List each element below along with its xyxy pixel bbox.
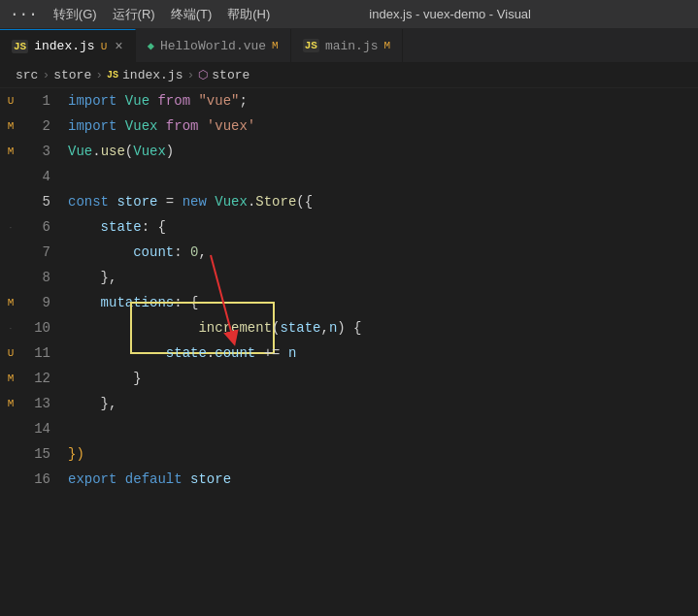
var-store: store	[116, 194, 157, 210]
breadcrumb-store-dir[interactable]: store	[53, 68, 91, 82]
num-zero: 0	[190, 244, 198, 260]
line-num-6: 6	[21, 214, 50, 240]
code-line-1: import Vue from "vue" ;	[68, 88, 698, 113]
kw-export: export	[68, 471, 116, 487]
code-line-12: }	[68, 366, 698, 391]
more-dots[interactable]: ···	[10, 6, 38, 23]
tab-bar: JS index.js U × ◆ HelloWorld.vue M JS ma…	[0, 29, 698, 63]
code-line-6: state : {	[68, 214, 698, 240]
gutter-15	[0, 441, 21, 467]
line-num-14: 14	[21, 416, 50, 441]
code-content[interactable]: import Vue from "vue" ; import Vuex from…	[60, 88, 698, 616]
code-line-10: increment ( state , n ) {	[68, 315, 698, 340]
str-vuex: 'vuex'	[207, 118, 255, 134]
code-line-8: },	[68, 265, 698, 290]
vue-icon: ◆	[148, 39, 154, 53]
param-state: state	[280, 320, 320, 336]
gutter-14	[0, 416, 21, 441]
gutter-12: M	[0, 366, 21, 391]
gutter: U M M · M · U M M	[0, 88, 21, 616]
line-num-15: 15	[21, 441, 50, 467]
gutter-2: M	[0, 113, 21, 139]
line-num-2: 2	[21, 113, 50, 139]
tab-label-helloworld: HelloWorld.vue	[160, 39, 266, 53]
cls-vue: Vue	[125, 93, 150, 109]
line-num-12: 12	[21, 366, 50, 391]
gutter-4	[0, 164, 21, 189]
method-use: use	[101, 144, 125, 159]
breadcrumb: src › store › JS index.js › ⬡ store	[0, 63, 698, 88]
line-num-5: 5	[21, 189, 50, 214]
line-num-7: 7	[21, 240, 50, 265]
menu-terminal[interactable]: 终端(T)	[171, 6, 213, 23]
kw-import-1: import	[68, 93, 116, 109]
menu-help[interactable]: 帮助(H)	[227, 6, 270, 23]
code-line-13: },	[68, 391, 698, 416]
tab-main-js[interactable]: JS main.js M	[291, 29, 403, 62]
kw-default: default	[125, 471, 183, 487]
line-numbers: 1 2 3 4 5 6 7 8 9 10 11 12 13 14 15 16	[21, 88, 60, 616]
kw-new: new	[183, 194, 207, 210]
gutter-13: M	[0, 391, 21, 416]
prop-state: state	[101, 219, 142, 235]
line-num-10: 10	[21, 315, 50, 340]
gutter-6: ·	[0, 214, 21, 240]
code-line-16: export default store	[68, 467, 698, 492]
close-bracket: })	[68, 446, 84, 462]
tab-modified-index: U	[101, 41, 108, 52]
tab-index-js[interactable]: JS index.js U ×	[0, 29, 136, 62]
code-line-15: })	[68, 441, 698, 467]
gutter-16	[0, 467, 21, 492]
store-icon-breadcrumb: ⬡	[198, 68, 208, 82]
editor: U M M · M · U M M 1 2 3 4 5 6 7 8	[0, 88, 698, 616]
breadcrumb-file[interactable]: index.js	[122, 68, 183, 82]
js-icon-breadcrumb: JS	[107, 70, 118, 81]
gutter-11: U	[0, 340, 21, 366]
code-line-2: import Vuex from 'vuex'	[68, 113, 698, 139]
line-num-1: 1	[21, 88, 50, 113]
tab-label-index: index.js	[34, 39, 94, 53]
gutter-5	[0, 189, 21, 214]
str-vue: "vue"	[198, 93, 239, 109]
method-increment: increment	[198, 320, 272, 336]
line-num-13: 13	[21, 391, 50, 416]
gutter-10: ·	[0, 315, 21, 340]
title-bar: ··· 转到(G) 运行(R) 终端(T) 帮助(H) index.js - v…	[0, 0, 698, 29]
cls-vue-2: Vue	[68, 144, 92, 159]
var-state-count: state	[166, 345, 207, 361]
var-store-export: store	[190, 471, 231, 487]
breadcrumb-sep1: ›	[42, 68, 50, 82]
prop-count: count	[133, 244, 174, 260]
code-line-7: count : 0 ,	[68, 240, 698, 265]
gutter-9: M	[0, 290, 21, 315]
tab-modified-main: M	[384, 40, 391, 51]
tab-helloworld-vue[interactable]: ◆ HelloWorld.vue M	[136, 29, 291, 62]
menu-run[interactable]: 运行(R)	[113, 6, 155, 23]
gutter-7	[0, 240, 21, 265]
js-icon-main: JS	[303, 39, 319, 52]
kw-import-2: import	[68, 118, 116, 134]
code-line-4	[68, 164, 698, 189]
code-line-11: state . count += n	[68, 340, 698, 366]
from-kw-2: from	[166, 118, 199, 134]
line-num-3: 3	[21, 139, 50, 164]
menu-goto[interactable]: 转到(G)	[53, 6, 97, 23]
var-n: n	[288, 345, 296, 361]
param-n: n	[329, 320, 337, 336]
breadcrumb-store[interactable]: store	[212, 68, 249, 82]
gutter-1: U	[0, 88, 21, 113]
window-title: index.js - vuex-demo - Visual	[369, 7, 531, 21]
tab-close-index[interactable]: ×	[115, 39, 122, 54]
line-num-9: 9	[21, 290, 50, 315]
code-line-3: Vue . use ( Vuex )	[68, 139, 698, 164]
breadcrumb-src[interactable]: src	[16, 68, 38, 82]
js-icon: JS	[12, 40, 28, 53]
code-line-5: const store = new Vuex . Store ({	[68, 189, 698, 214]
breadcrumb-sep3: ›	[186, 68, 194, 82]
method-store: Store	[255, 194, 296, 210]
prop-count-2: count	[215, 345, 255, 361]
line-num-8: 8	[21, 265, 50, 290]
line-num-11: 11	[21, 340, 50, 366]
kw-const: const	[68, 194, 109, 210]
tab-modified-helloworld: M	[272, 40, 279, 51]
